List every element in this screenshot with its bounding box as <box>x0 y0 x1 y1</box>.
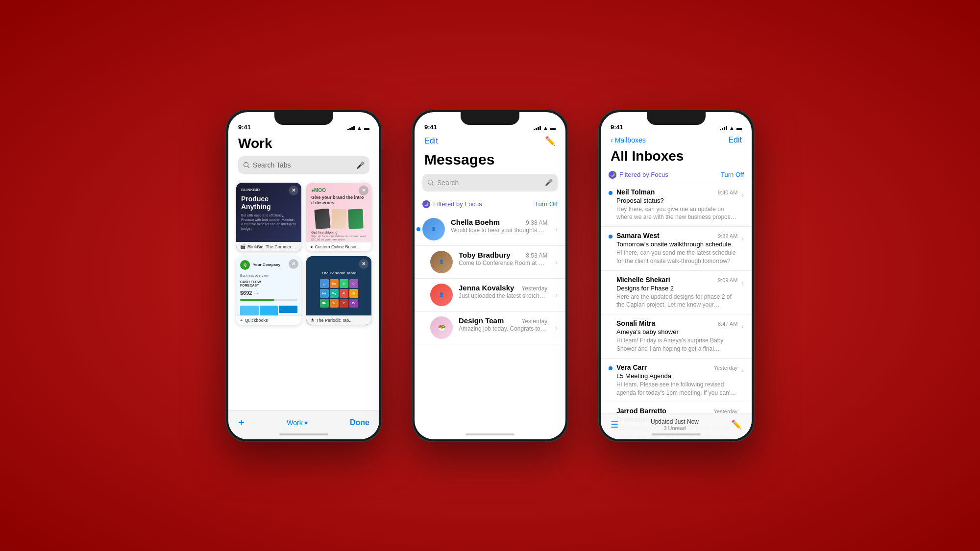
wifi-icon-3: ▲ <box>729 125 735 131</box>
message-item-chella[interactable]: 👤 Chella Boehm 9:38 AM Would love to hea… <box>415 213 565 246</box>
chevron-vera: › <box>741 366 744 374</box>
turn-off-button-messages[interactable]: Turn Off <box>535 200 558 208</box>
signal-icon-2 <box>534 125 541 130</box>
message-item-design[interactable]: 🥗 Design Team Yesterday Amazing job toda… <box>415 311 565 344</box>
read-placeholder-michelle <box>609 276 612 310</box>
tab-close-quickbooks[interactable]: ✕ <box>289 259 298 269</box>
mail-time-vera: Yesterday <box>714 365 738 371</box>
mail-header-samara: Samara West 9:32 AM <box>616 232 737 240</box>
mail-item-vera[interactable]: Vera Carr Yesterday L5 Meeting Agenda Hi… <box>601 359 752 403</box>
svg-line-3 <box>432 184 434 186</box>
tab-close-periodic[interactable]: ✕ <box>359 259 368 269</box>
blinkbid-subtitle: Bid with ease and efficiency. Produce wi… <box>241 213 296 231</box>
phones-container: 9:41 ▲ ▬ Work <box>225 109 755 442</box>
mail-preview-sonali: Hi team! Friday is Ameya's surprise Baby… <box>616 336 737 353</box>
chevron-neil: › <box>741 191 744 199</box>
phone-safari-tabs: 9:41 ▲ ▬ Work <box>225 109 382 442</box>
mail-updated-label: Updated Just Now <box>651 418 699 425</box>
qb-company: Your Company <box>253 263 280 267</box>
mail-subject-michelle: Designs for Phase 2 <box>616 285 737 292</box>
tabs-add-button[interactable]: + <box>238 416 245 429</box>
mail-content-neil: Neil Tolman 9:40 AM Proposal status? Hey… <box>616 188 737 222</box>
mail-sender-sonali: Sonali Mitra <box>616 319 655 327</box>
mic-icon-2[interactable]: 🎤 <box>545 179 553 186</box>
tabs-group-selector[interactable]: Work ▾ <box>287 419 307 427</box>
message-header-design: Design Team Yesterday <box>459 316 547 325</box>
tab-close-moo[interactable]: ✕ <box>359 186 368 195</box>
mail-preview-samara: Hi there, can you send me the latest sch… <box>616 249 737 265</box>
periodic-favicon: ⚗ <box>310 318 314 323</box>
messages-search-bar[interactable]: Search 🎤 <box>422 174 558 192</box>
phone-mail: 9:41 ▲ ▬ ‹ Mailboxes Edit <box>598 109 755 442</box>
chevron-jenna: › <box>555 291 558 299</box>
mail-compose-icon[interactable]: ✏️ <box>731 419 742 430</box>
svg-point-0 <box>244 162 248 167</box>
tab-card-quickbooks[interactable]: ✕ Q Your Company Business overview CASH … <box>236 256 301 325</box>
message-time-chella: 9:38 AM <box>526 219 547 226</box>
status-time-1: 9:41 <box>238 123 251 131</box>
mail-subject-samara: Tomorrow's onsite walkthrough schedule <box>616 240 737 248</box>
mic-icon-1[interactable]: 🎤 <box>356 161 365 169</box>
messages-edit-button[interactable]: Edit <box>424 137 438 145</box>
focus-label-messages: Filtered by Focus <box>433 200 482 208</box>
messages-compose-icon[interactable]: ✏️ <box>545 136 556 146</box>
tab-card-blinkbid[interactable]: ✕ BLINKBID ProduceAnything Bid with ease… <box>236 183 301 251</box>
tab-card-periodic[interactable]: ✕ The Periodic Table Li Be B C Na Mg Al … <box>306 256 371 325</box>
qb-cash-label: CASH FLOWFORECAST <box>240 280 297 287</box>
tabs-header: Work Search Tabs 🎤 <box>228 134 379 179</box>
mail-time-neil: 9:40 AM <box>718 190 737 195</box>
mail-edit-button[interactable]: Edit <box>728 136 742 144</box>
message-time-jenna: Yesterday <box>521 285 547 292</box>
focus-moon-icon: 🌙 <box>422 200 430 208</box>
mail-filter-icon[interactable]: ☰ <box>611 419 618 430</box>
tabs-search-label: Search Tabs <box>253 161 291 169</box>
blinkbid-logo: BLINKBID <box>241 188 296 192</box>
message-sender-design: Design Team <box>459 316 504 325</box>
mail-item-samara[interactable]: Samara West 9:32 AM Tomorrow's onsite wa… <box>601 227 752 271</box>
chevron-down-icon: ▾ <box>304 419 308 427</box>
mail-turn-off-button[interactable]: Turn Off <box>721 171 744 178</box>
home-indicator-1 <box>279 433 328 435</box>
periodic-grid: Li Be B C Na Mg Al Si Rb Sr Y Zr <box>318 277 360 310</box>
status-time-2: 9:41 <box>424 123 437 131</box>
tabs-grid: ✕ BLINKBID ProduceAnything Bid with ease… <box>228 179 379 329</box>
mail-item-neil[interactable]: Neil Tolman 9:40 AM Proposal status? Hey… <box>601 183 752 227</box>
message-preview-design: Amazing job today. Congrats to the entir… <box>459 325 547 332</box>
messages-title: Messages <box>415 151 565 174</box>
message-preview-toby: Come to Conference Room at 1PM for Kelse… <box>459 260 547 266</box>
chevron-design: › <box>555 324 558 332</box>
search-icon-2 <box>427 179 434 186</box>
unread-dot-chella <box>416 227 420 231</box>
mail-status: Updated Just Now 3 Unread <box>651 418 699 431</box>
message-content-chella: Chella Boehm 9:38 AM Would love to hear … <box>451 218 547 234</box>
tab-card-moo[interactable]: ✕ ●MOO Give your brand the intro it dese… <box>306 183 371 251</box>
message-item-jenna[interactable]: 👤 Jenna Kovalsky Yesterday Just uploaded… <box>415 279 565 311</box>
moo-cards-visual <box>311 209 367 229</box>
mail-focus-label: Filtered by Focus <box>619 171 668 178</box>
svg-point-2 <box>428 180 433 184</box>
tabs-done-button[interactable]: Done <box>350 418 369 427</box>
message-header-jenna: Jenna Kovalsky Yesterday <box>459 284 547 292</box>
mail-subject-sonali: Ameya's baby shower <box>616 328 737 335</box>
message-list: 👤 Chella Boehm 9:38 AM Would love to hea… <box>415 213 565 344</box>
tabs-search-bar[interactable]: Search Tabs 🎤 <box>238 156 369 174</box>
mail-back-button[interactable]: ‹ Mailboxes <box>611 136 646 144</box>
mail-preview-neil: Hey there, can you give me an update on … <box>616 205 737 222</box>
mail-item-sonali[interactable]: Sonali Mitra 8:47 AM Ameya's baby shower… <box>601 314 752 359</box>
chevron-sonali: › <box>741 322 744 330</box>
svg-line-1 <box>248 166 250 168</box>
mail-item-michelle[interactable]: Michelle Shekari 9:09 AM Designs for Pha… <box>601 271 752 315</box>
message-item-toby[interactable]: 👤 Toby Bradbury 8:53 AM Come to Conferen… <box>415 246 565 279</box>
battery-icon-1: ▬ <box>364 125 369 131</box>
wifi-icon-2: ▲ <box>543 125 548 131</box>
message-time-toby: 8:53 AM <box>526 252 547 259</box>
messages-nav: Edit ✏️ <box>415 134 565 151</box>
avatar-chella: 👤 <box>422 218 445 240</box>
avatar-jenna: 👤 <box>430 284 453 306</box>
unread-dot-samara <box>609 235 612 239</box>
message-header-toby: Toby Bradbury 8:53 AM <box>459 251 547 259</box>
tab-close-blinkbid[interactable]: ✕ <box>289 186 298 195</box>
periodic-title: The Periodic Table <box>321 271 356 275</box>
avatar-toby: 👤 <box>430 251 453 273</box>
message-preview-chella: Would love to hear your thoughts on the … <box>451 227 547 234</box>
